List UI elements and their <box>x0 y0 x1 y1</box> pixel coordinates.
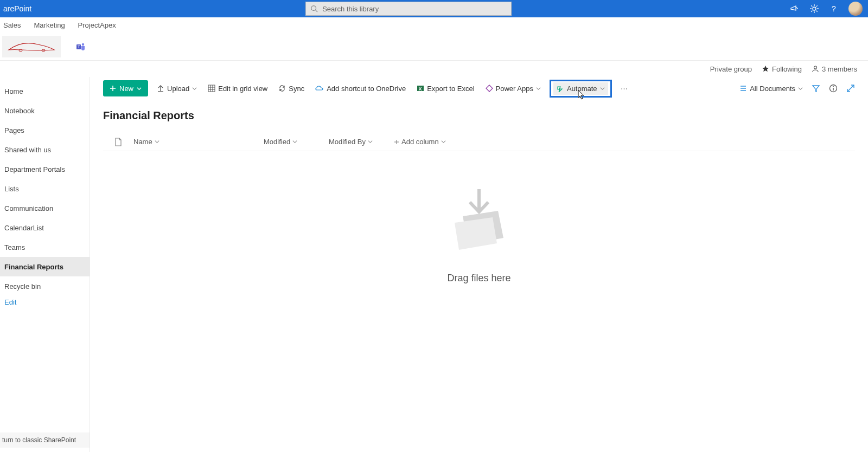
user-avatar[interactable] <box>848 2 863 16</box>
sidebar: Home Notebook Pages Shared with us Depar… <box>0 77 90 452</box>
library-title: Financial Reports <box>103 109 855 122</box>
sync-button[interactable]: Sync <box>276 82 307 95</box>
ellipsis-icon: ⋯ <box>621 85 628 93</box>
main: Home Notebook Pages Shared with us Depar… <box>0 77 868 452</box>
export-button[interactable]: X Export to Excel <box>414 82 476 95</box>
sync-label: Sync <box>289 85 304 93</box>
cmdbar-right: All Documents <box>739 84 855 93</box>
suite-header: arePoint Search this library ? <box>0 0 868 17</box>
nav-department[interactable]: Department Portals <box>0 159 90 179</box>
upload-icon <box>157 85 164 92</box>
grid-label: Edit in grid view <box>218 85 267 93</box>
nav-communication[interactable]: Communication <box>0 198 90 218</box>
nav-home[interactable]: Home <box>0 81 90 101</box>
tab-projectapex[interactable]: ProjectApex <box>78 21 116 29</box>
expand-icon[interactable] <box>846 84 855 93</box>
chevron-down-icon <box>798 86 803 91</box>
svg-point-16 <box>82 43 84 45</box>
shortcut-button[interactable]: Add shortcut to OneDrive <box>313 82 408 95</box>
following-toggle[interactable]: Following <box>762 65 802 73</box>
info-icon[interactable] <box>829 84 838 93</box>
nav-pages[interactable]: Pages <box>0 120 90 140</box>
chevron-down-icon <box>536 86 541 91</box>
svg-line-38 <box>851 85 854 88</box>
svg-marker-30 <box>486 85 493 92</box>
settings-icon[interactable] <box>809 4 819 14</box>
more-button[interactable]: ⋯ <box>618 82 630 95</box>
svg-line-10 <box>816 5 818 7</box>
classic-link[interactable]: turn to classic SharePoint <box>0 432 90 448</box>
tab-marketing[interactable]: Marketing <box>34 21 65 29</box>
svg-marker-17 <box>762 66 769 72</box>
nav-teams[interactable]: Teams <box>0 237 90 257</box>
nav-financial-reports[interactable]: Financial Reports <box>0 257 90 276</box>
chevron-down-icon <box>155 139 159 144</box>
cursor-icon <box>577 90 586 100</box>
nav-calendar[interactable]: CalendarList <box>0 218 90 237</box>
members-button[interactable]: 3 members <box>812 65 857 73</box>
upload-button[interactable]: Upload <box>155 82 199 95</box>
search-placeholder: Search this library <box>322 5 379 13</box>
col-name-label: Name <box>133 138 152 146</box>
document-icon <box>114 138 122 146</box>
site-logo[interactable] <box>2 36 61 57</box>
megaphone-icon[interactable] <box>790 4 800 14</box>
nav-lists[interactable]: Lists <box>0 179 90 198</box>
svg-line-39 <box>847 88 851 92</box>
sync-icon <box>278 85 286 92</box>
content: New Upload Edit in grid view Sync Add sh… <box>90 77 868 452</box>
col-modified-by[interactable]: Modified By <box>329 138 394 146</box>
svg-line-1 <box>316 10 318 12</box>
teams-icon[interactable]: T <box>76 42 86 51</box>
empty-folder-icon <box>438 184 520 260</box>
svg-rect-23 <box>208 85 215 92</box>
chevron-down-icon <box>192 86 197 91</box>
col-add[interactable]: Add column <box>394 138 446 146</box>
command-bar: New Upload Edit in grid view Sync Add sh… <box>103 77 855 100</box>
excel-icon: X <box>417 85 424 92</box>
nav-shared[interactable]: Shared with us <box>0 140 90 159</box>
filter-icon[interactable] <box>812 84 820 93</box>
info-row: Private group Following 3 members <box>0 61 868 77</box>
shortcut-label: Add shortcut to OneDrive <box>327 85 406 93</box>
col-name[interactable]: Name <box>133 138 264 146</box>
view-label: All Documents <box>750 85 795 93</box>
members-label: 3 members <box>822 65 857 73</box>
plus-icon <box>394 139 399 145</box>
powerapps-icon <box>486 85 493 92</box>
star-icon <box>762 65 769 73</box>
automate-icon <box>557 85 564 92</box>
new-button[interactable]: New <box>103 80 148 96</box>
suite-right: ? <box>790 2 868 16</box>
svg-point-37 <box>833 86 834 87</box>
svg-point-18 <box>814 66 816 69</box>
powerapps-label: Power Apps <box>496 85 533 93</box>
powerapps-button[interactable]: Power Apps <box>483 82 543 95</box>
nav-notebook[interactable]: Notebook <box>0 101 90 120</box>
tab-sales[interactable]: Sales <box>3 21 21 29</box>
grid-view-button[interactable]: Edit in grid view <box>206 82 270 95</box>
onedrive-icon <box>315 85 324 92</box>
col-modified-label: Modified <box>264 138 290 146</box>
private-group-label: Private group <box>710 65 752 73</box>
automate-button[interactable]: Automate <box>553 82 608 95</box>
chevron-down-icon <box>600 86 605 91</box>
empty-text: Drag files here <box>447 273 510 284</box>
new-label: New <box>119 85 133 93</box>
column-headers: Name Modified Modified By Add column <box>103 133 855 151</box>
following-label: Following <box>772 65 802 73</box>
nav-recycle[interactable]: Recycle bin <box>0 276 90 296</box>
top-tabs: Sales Marketing ProjectApex <box>0 17 868 33</box>
app-name: arePoint <box>0 4 31 13</box>
svg-text:X: X <box>419 86 422 92</box>
view-selector[interactable]: All Documents <box>739 85 803 93</box>
nav-edit-link[interactable]: Edit <box>0 298 90 306</box>
search-input[interactable]: Search this library <box>305 2 512 16</box>
col-file-type[interactable] <box>103 138 133 146</box>
help-icon[interactable]: ? <box>829 4 839 14</box>
col-modified[interactable]: Modified <box>264 138 329 146</box>
search-wrap: Search this library <box>305 2 512 16</box>
svg-marker-34 <box>813 86 819 92</box>
upload-label: Upload <box>167 85 189 93</box>
col-modified-by-label: Modified By <box>329 138 366 146</box>
